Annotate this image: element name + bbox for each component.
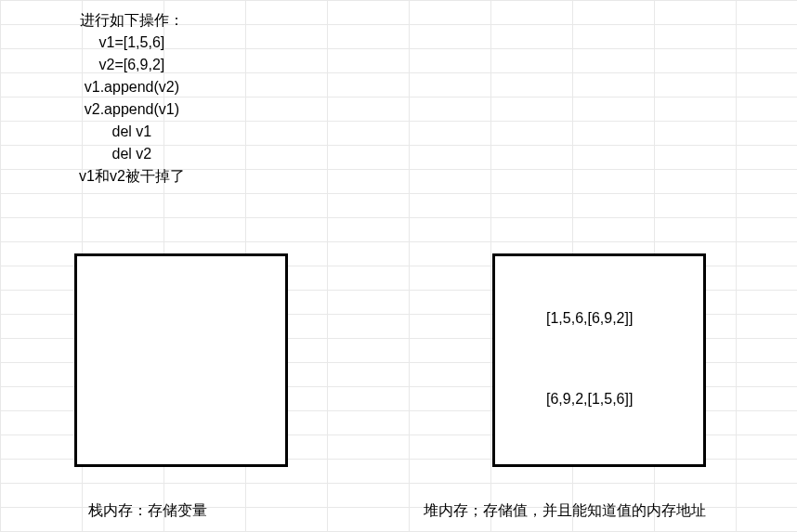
code-title: 进行如下操作：: [79, 9, 185, 32]
code-line-1: v1=[1,5,6]: [79, 32, 185, 54]
heap-value-2: [6,9,2,[1,5,6]]: [546, 391, 633, 408]
code-line-2: v2=[6,9,2]: [79, 54, 185, 76]
heap-value-1: [1,5,6,[6,9,2]]: [546, 310, 633, 327]
code-line-6: del v2: [79, 143, 185, 165]
heap-box: [1,5,6,[6,9,2]] [6,9,2,[1,5,6]]: [492, 253, 706, 467]
heap-caption: 堆内存；存储值，并且能知道值的内存地址: [424, 501, 706, 521]
code-line-5: del v1: [79, 121, 185, 143]
code-block: 进行如下操作： v1=[1,5,6] v2=[6,9,2] v1.append(…: [79, 9, 185, 188]
stack-box: [74, 253, 288, 467]
code-line-3: v1.append(v2): [79, 76, 185, 98]
code-line-4: v2.append(v1): [79, 98, 185, 121]
code-line-7: v1和v2被干掉了: [79, 165, 185, 188]
stack-caption: 栈内存：存储变量: [88, 501, 207, 521]
